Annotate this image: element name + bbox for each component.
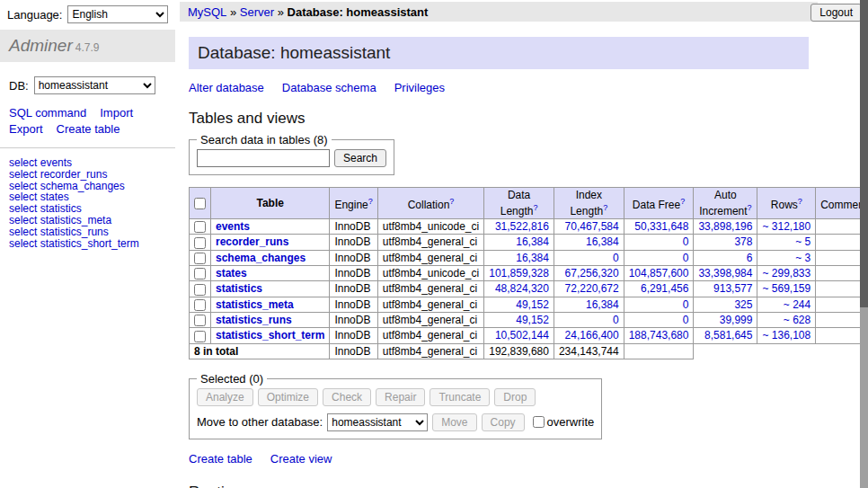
help-link[interactable]: ?: [368, 197, 373, 206]
search-input[interactable]: [197, 149, 330, 167]
table-name-link[interactable]: statistics_short_term: [216, 329, 324, 342]
sidebar-table-item: select statistics_short_term: [9, 238, 166, 250]
table-name-link[interactable]: schema_changes: [216, 252, 306, 264]
table-name-link[interactable]: statistics_meta: [216, 298, 294, 311]
db-nav-link[interactable]: Database schema: [282, 81, 376, 94]
move-button[interactable]: Move: [432, 413, 476, 431]
sidebar-action-link[interactable]: Create table: [57, 122, 120, 136]
cell-table: statistics: [211, 281, 330, 297]
main-content: Alter databaseDatabase schemaPrivileges …: [189, 81, 859, 488]
db-label: DB:: [9, 79, 29, 93]
bulk-action-button[interactable]: Truncate: [430, 388, 490, 406]
db-selector-row: DB: homeassistant: [0, 62, 175, 103]
create-link[interactable]: Create view: [270, 452, 332, 466]
selected-legend: Selected (0): [197, 372, 267, 386]
table-name-link[interactable]: recorder_runs: [216, 235, 288, 248]
table-name-link[interactable]: statistics_runs: [216, 314, 292, 326]
bulk-action-button[interactable]: Analyze: [197, 388, 253, 406]
search-legend: Search data in tables (8): [197, 133, 332, 146]
row-checkbox[interactable]: [194, 268, 206, 279]
row-checkbox[interactable]: [194, 253, 206, 264]
bulk-action-button[interactable]: Optimize: [258, 388, 318, 406]
overwrite-option[interactable]: overwrite: [533, 415, 595, 429]
overwrite-checkbox[interactable]: [533, 416, 545, 428]
bulk-action-button[interactable]: Drop: [494, 388, 536, 406]
help-link[interactable]: ?: [680, 197, 685, 206]
table-row: statistics_metaInnoDButf8mb4_general_ci4…: [190, 297, 868, 312]
cell-index_length: 24,166,400: [554, 328, 624, 343]
cell-engine: InnoDB: [330, 219, 377, 235]
table-row: statisticsInnoDButf8mb4_general_ci48,824…: [190, 281, 868, 297]
sidebar-table-link[interactable]: statistics_short_term: [40, 237, 139, 250]
sidebar-action-link[interactable]: Import: [100, 106, 133, 120]
row-checkbox[interactable]: [194, 315, 206, 326]
selected-fieldset: Selected (0) AnalyzeOptimizeCheckRepairT…: [189, 372, 602, 439]
breadcrumb: MySQL » Server » Database: homeassistant: [180, 2, 818, 22]
row-checkbox[interactable]: [194, 221, 206, 233]
column-header-rows: Rows?: [757, 188, 816, 219]
cell-data_length: 10,502,144: [484, 328, 554, 343]
help-link[interactable]: ?: [798, 197, 802, 206]
sidebar-select-link[interactable]: select: [9, 237, 37, 250]
help-link[interactable]: ?: [603, 203, 607, 212]
db-nav-link[interactable]: Privileges: [394, 81, 445, 94]
create-link[interactable]: Create table: [189, 452, 252, 466]
cell-index_length: 0: [554, 250, 624, 265]
scrollbar-thumb[interactable]: [860, 0, 868, 307]
bulk-action-button[interactable]: Repair: [376, 388, 425, 406]
total-data-free: [624, 343, 694, 359]
cell-rows: ~ 3: [757, 250, 816, 265]
row-select-cell: [190, 235, 211, 250]
row-checkbox[interactable]: [194, 331, 206, 342]
cell-rows: ~ 299,833: [757, 265, 816, 280]
row-select-cell: [190, 219, 211, 235]
sidebar-action-link[interactable]: Export: [9, 122, 43, 136]
sidebar-action-link[interactable]: SQL command: [9, 106, 86, 120]
language-select[interactable]: English: [67, 5, 168, 23]
row-select-cell: [190, 312, 211, 327]
db-nav-link[interactable]: Alter database: [189, 81, 264, 94]
row-checkbox[interactable]: [194, 237, 206, 249]
cell-rows: ~ 136,108: [757, 328, 816, 343]
help-link[interactable]: ?: [748, 203, 752, 212]
table-name-link[interactable]: states: [216, 267, 247, 279]
table-name-link[interactable]: statistics: [216, 282, 262, 295]
help-link[interactable]: ?: [449, 197, 454, 206]
breadcrumb-link[interactable]: Server: [240, 5, 274, 19]
cell-auto_increment: 33,898,196: [694, 219, 757, 235]
create-links: Create tableCreate view: [189, 452, 859, 466]
page: Language: English Adminer4.7.9 DB: homea…: [0, 0, 868, 488]
row-checkbox[interactable]: [194, 299, 206, 311]
help-link[interactable]: ?: [533, 203, 537, 212]
cell-data_free: 0: [624, 235, 694, 250]
sidebar: Language: English Adminer4.7.9 DB: homea…: [0, 0, 175, 488]
move-label: Move to other database:: [197, 415, 323, 429]
row-select-cell: [190, 281, 211, 297]
bulk-action-button[interactable]: Check: [323, 388, 371, 406]
column-header-data_length: Data Length?: [484, 188, 554, 219]
total-data-length: 192,839,680: [484, 343, 554, 359]
sidebar-actions: SQL commandImport ExportCreate table: [0, 103, 175, 147]
cell-collation: utf8mb4_general_ci: [377, 297, 483, 312]
scrollbar-track[interactable]: [860, 0, 868, 488]
row-checkbox[interactable]: [194, 284, 206, 296]
row-select-cell: [190, 297, 211, 312]
sidebar-actions-row2: ExportCreate table: [9, 121, 166, 138]
routines-heading: Routines: [189, 484, 859, 488]
breadcrumb-link[interactable]: MySQL: [188, 5, 226, 19]
column-header-table: Table: [211, 188, 330, 219]
db-select[interactable]: homeassistant: [34, 76, 155, 94]
select-all-checkbox[interactable]: [194, 198, 206, 209]
cell-table: events: [211, 219, 330, 235]
cell-data_length: 49,152: [484, 312, 554, 327]
cell-engine: InnoDB: [330, 250, 377, 265]
app-name: Adminer: [9, 36, 73, 55]
table-name-link[interactable]: events: [216, 220, 250, 233]
search-button[interactable]: Search: [334, 149, 386, 167]
table-header-row: TableEngine?Collation?Data Length?Index …: [190, 188, 868, 219]
logout-button[interactable]: Logout: [810, 4, 862, 22]
copy-button[interactable]: Copy: [482, 413, 525, 431]
move-db-select[interactable]: homeassistant: [327, 413, 428, 431]
row-select-cell: [190, 328, 211, 343]
cell-index_length: 16,384: [554, 235, 624, 250]
